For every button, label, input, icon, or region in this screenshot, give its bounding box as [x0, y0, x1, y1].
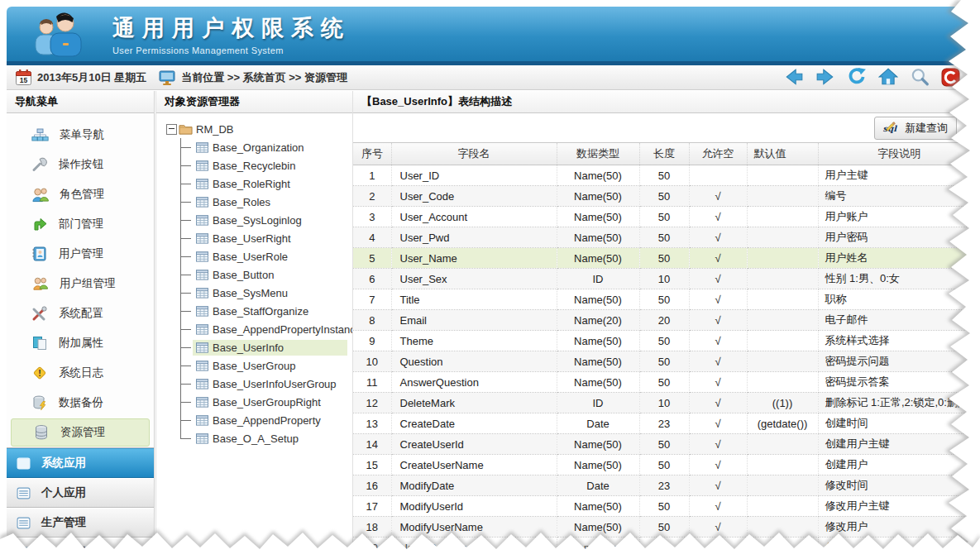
sidebar-item-departments[interactable]: 部门管理 — [7, 209, 154, 239]
accordion-item-production[interactable]: 生产管理 — [7, 508, 154, 538]
cell-data-type: Name(50) — [557, 351, 639, 372]
tree-node-label: Base_UserGroup — [213, 360, 295, 372]
sidebar-item-resources[interactable]: 资源管理 — [11, 418, 150, 447]
cell-length: 50 — [639, 207, 689, 227]
forward-button[interactable] — [815, 67, 835, 87]
sidebar-item-label: 资源管理 — [60, 425, 105, 440]
cell-description: 用户账户 — [818, 207, 980, 227]
table-row[interactable]: 17 ModifyUserId Name(50) 50 √ 修改用户主键 — [353, 496, 980, 517]
tree-node[interactable]: Base_StaffOrganize — [166, 302, 352, 320]
sidebar-item-label: 系统日志 — [59, 366, 103, 380]
exit-button[interactable] — [941, 68, 960, 87]
table-row[interactable]: 14 CreateUserId Name(50) 50 √ 创建用户主键 — [353, 434, 980, 455]
column-header[interactable]: 字段名 — [391, 143, 557, 165]
cell-default — [747, 496, 818, 517]
tree-node[interactable]: Base_O_A_Setup — [166, 429, 352, 447]
tree-node-label: Base_SysLoginlog — [213, 214, 302, 227]
cell-field-name: User_Pwd — [391, 227, 557, 248]
refresh-button[interactable] — [847, 67, 867, 87]
sidebar-item-system-log[interactable]: ! 系统日志 — [7, 358, 154, 388]
cell-default — [747, 186, 818, 207]
tree-node-label: Base_Button — [213, 269, 274, 281]
table-icon — [196, 397, 208, 408]
table-row[interactable]: 5 User_Name Name(50) 50 √ 用户姓名 — [353, 248, 980, 269]
sidebar-item-roles[interactable]: 角色管理 — [7, 179, 154, 209]
cell-length: 50 — [639, 289, 689, 310]
tree-node[interactable]: Base_UserGroup — [166, 356, 352, 375]
table-row[interactable]: 1 User_ID Name(50) 50 用户主键 — [353, 165, 980, 186]
tree-node[interactable]: Base_AppendPropertyInstance — [166, 320, 352, 338]
tree-node[interactable]: Base_Organization — [166, 138, 352, 156]
cell-description: 修改时间 — [818, 475, 980, 496]
toolbar-actions — [784, 67, 960, 87]
tree-node[interactable]: Base_AppendProperty — [166, 411, 352, 429]
column-header[interactable]: 序号 — [353, 143, 391, 165]
tree-node[interactable]: Base_SysLoginlog — [166, 211, 352, 229]
column-header[interactable]: 长度 — [639, 143, 689, 165]
table-row[interactable]: 13 CreateDate Date 23 √ (getdate()) 创建时间 — [353, 413, 980, 434]
search-button[interactable] — [910, 67, 930, 87]
tree-root[interactable]: RM_DB — [166, 120, 352, 138]
accordion-item-projects[interactable]: 项目管理 — [7, 538, 154, 559]
tree-node[interactable]: Base_RoleRight — [166, 174, 352, 193]
table-row[interactable]: 18 ModifyUserName Name(50) 50 √ 修改用户 — [353, 517, 980, 538]
tree-node[interactable]: Base_SysMenu — [166, 284, 352, 302]
users-logo-icon — [30, 10, 91, 58]
sidebar-item-system-config[interactable]: 系统配置 — [7, 299, 154, 328]
table-row[interactable]: 7 Title Name(50) 50 √ 职称 — [353, 289, 980, 310]
cell-no: 7 — [353, 289, 391, 310]
back-button[interactable] — [784, 67, 804, 87]
table-structure-panel: 【Base_UserInfo】表结构描述 sql 新建查询 — [352, 91, 980, 559]
tree-node-label: Base_UserRight — [213, 232, 291, 245]
tree-node[interactable]: Base_UserRole — [166, 247, 352, 265]
sidebar-item-append-props[interactable]: 附加属性 — [7, 328, 154, 358]
column-header[interactable]: 允许空 — [689, 143, 747, 165]
address-book-icon — [31, 246, 48, 262]
tree-node[interactable]: Base_Button — [166, 265, 352, 284]
sidebar-item-users[interactable]: 用户管理 — [7, 239, 154, 269]
sidebar-item-user-groups[interactable]: 用户组管理 — [7, 269, 154, 299]
table-row[interactable]: 8 Email Name(20) 20 √ 电子邮件 — [353, 310, 980, 331]
cell-field-name: Theme — [391, 331, 557, 351]
sidebar-item-action-buttons[interactable]: 操作按钮 — [7, 150, 154, 179]
table-row[interactable]: 12 DeleteMark ID 10 √ ((1)) 删除标记 1:正常,2:… — [353, 393, 980, 413]
cell-no: 9 — [353, 331, 391, 351]
tree-node[interactable]: Base_Recyclebin — [166, 156, 352, 174]
table-row[interactable]: 10 Question Name(50) 50 √ 密码提示问题 — [353, 351, 980, 372]
cell-field-name: Email — [391, 310, 557, 331]
table-row[interactable]: 16 ModifyDate Date 23 √ 修改时间 — [353, 475, 980, 496]
table-row[interactable]: 3 User_Account Name(50) 50 √ 用户账户 — [353, 207, 980, 227]
tree-node[interactable]: Base_Roles — [166, 193, 352, 211]
cell-field-name: User_Remark — [391, 538, 557, 558]
table-row[interactable]: 2 User_Code Name(50) 50 √ 编号 — [353, 186, 980, 207]
accordion-item-system-apps[interactable]: 系统应用 — [7, 448, 154, 478]
accordion-item-label: 生产管理 — [41, 515, 86, 530]
folder-icon — [179, 123, 193, 135]
sidebar-item-data-backup[interactable]: 数据备份 — [7, 388, 154, 418]
sidebar-item-menu-nav[interactable]: 菜单导航 — [7, 120, 154, 150]
table-row[interactable]: 9 Theme Name(50) 50 √ 系统样式选择 — [353, 331, 980, 351]
cell-length: 23 — [639, 475, 689, 496]
new-query-button[interactable]: sql 新建查询 — [874, 117, 957, 140]
collapse-icon[interactable] — [166, 124, 177, 135]
column-header[interactable]: 默认值 — [747, 143, 818, 165]
tree-node[interactable]: Base_UserInfoUserGroup — [166, 375, 352, 393]
tree-root-label: RM_DB — [196, 123, 234, 136]
wrench-icon — [31, 156, 48, 173]
table-row[interactable]: 15 CreateUserName Name(50) 50 √ 创建用户 — [353, 455, 980, 475]
table-row[interactable]: 19 User_Remark Name(Max) -1 √ 备注 — [353, 538, 980, 558]
cell-default: (getdate()) — [747, 413, 818, 434]
sidebar-item-label: 用户管理 — [59, 246, 103, 261]
breadcrumb[interactable]: 当前位置 >> 系统首页 >> 资源管理 — [181, 70, 347, 85]
column-header[interactable]: 字段说明 — [818, 143, 980, 165]
tree-node[interactable]: Base_UserInfo — [166, 338, 352, 356]
home-button[interactable] — [878, 67, 898, 87]
tree-node[interactable]: Base_UserGroupRight — [166, 393, 352, 411]
table-row[interactable]: 11 AnswerQuestion Name(50) 50 √ 密码提示答案 — [353, 372, 980, 393]
column-header[interactable]: 数据类型 — [557, 143, 639, 165]
accordion-item-personal-apps[interactable]: 个人应用 — [7, 478, 154, 508]
cell-field-name: Title — [391, 289, 557, 310]
table-row[interactable]: 4 User_Pwd Name(50) 50 √ 用户密码 — [353, 227, 980, 248]
tree-node[interactable]: Base_UserRight — [166, 229, 352, 247]
table-row[interactable]: 6 User_Sex ID 10 √ 性别 1:男、0:女 — [353, 269, 980, 289]
